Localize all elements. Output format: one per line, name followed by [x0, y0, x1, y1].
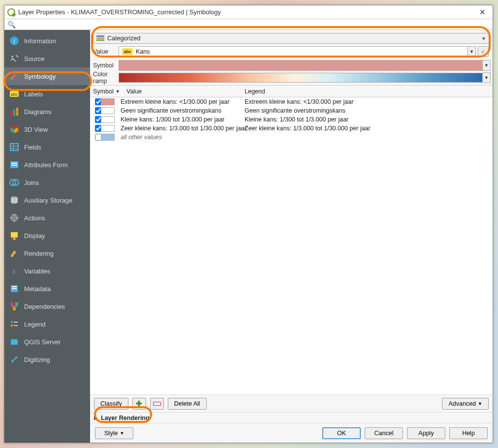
- svg-rect-24: [15, 302, 18, 305]
- value-field-combo[interactable]: abc Kans: [119, 46, 468, 57]
- renderer-type-label: Categorized: [107, 35, 140, 42]
- sidebar-item-labels[interactable]: abcLabels: [4, 85, 90, 103]
- sidebar-item-symbology[interactable]: Symbology: [4, 67, 90, 85]
- symbol-swatch-button[interactable]: [119, 60, 483, 71]
- expression-button[interactable]: ε: [478, 46, 489, 57]
- renderer-type-combo[interactable]: Categorized ▼: [93, 33, 490, 44]
- table-row[interactable]: Extreem kleine kans: <1/30.000 per jaarE…: [90, 97, 493, 106]
- sidebar-item-label: Symbology: [24, 73, 56, 80]
- sidebar-item-variables[interactable]: εVariables: [4, 262, 90, 280]
- sidebar-item-3d-view[interactable]: 3D View: [4, 120, 90, 138]
- close-button[interactable]: ✕: [475, 8, 490, 17]
- sidebar-item-label: Attributes Form: [24, 161, 68, 169]
- classify-button[interactable]: Classify: [94, 398, 128, 410]
- categories-table[interactable]: Symbol ▼ Value Legend Extreem kleine kan…: [90, 85, 493, 394]
- svg-text:abc: abc: [11, 92, 18, 97]
- sidebar-item-metadata[interactable]: Metadata: [4, 280, 90, 298]
- sort-indicator-icon: ▼: [116, 89, 120, 94]
- svg-rect-26: [11, 321, 13, 323]
- svg-rect-22: [12, 288, 17, 289]
- sidebar-item-rendering[interactable]: Rendering: [4, 244, 90, 262]
- symbol-row-label: Symbol: [90, 62, 119, 69]
- row-symbol-swatch[interactable]: [101, 107, 115, 114]
- value-row-label: Value: [90, 48, 119, 55]
- sidebar-item-actions[interactable]: Actions: [4, 209, 90, 227]
- table-row[interactable]: Geen significante overstromingskansGeen …: [90, 106, 493, 115]
- sidebar-item-label: 3D View: [24, 126, 48, 133]
- triangle-right-icon: ▶: [94, 415, 98, 420]
- sidebar-item-diagrams[interactable]: Diagrams: [4, 103, 90, 120]
- sidebar-item-label: Fields: [24, 144, 41, 151]
- rendering-icon: [9, 248, 19, 258]
- ok-button[interactable]: OK: [322, 427, 361, 439]
- svg-line-33: [12, 358, 16, 361]
- sidebar-item-label: Dependencies: [24, 303, 65, 310]
- sidebar-item-label: Labels: [24, 90, 43, 98]
- help-button[interactable]: Help: [449, 427, 488, 439]
- row-value: Geen significante overstromingskans: [119, 107, 243, 114]
- qgis-logo-icon: [7, 8, 15, 16]
- sidebar-item-label: Source: [24, 55, 44, 62]
- style-menu-button[interactable]: Style ▼: [95, 427, 133, 439]
- sidebar-item-dependencies[interactable]: Dependencies: [4, 298, 90, 315]
- search-input[interactable]: [18, 20, 490, 29]
- row-value: Extreem kleine kans: <1/30.000 per jaar: [119, 98, 243, 105]
- value-field-dropdown[interactable]: ▼: [468, 46, 476, 57]
- svg-rect-30: [11, 340, 18, 345]
- sidebar-item-auxiliary-storage[interactable]: Auxiliary Storage: [4, 191, 90, 209]
- svg-rect-13: [11, 163, 17, 164]
- source-icon: [9, 54, 19, 63]
- sidebar-item-display[interactable]: Display: [4, 227, 90, 244]
- table-row[interactable]: Zeer kleine kans: 1/3.000 tot 1/30.000 p…: [90, 124, 493, 133]
- row-legend: Kleine kans: 1/300 tot 1/3.000 per jaar: [243, 116, 493, 123]
- sidebar-item-label: Rendering: [24, 250, 54, 257]
- row-symbol-swatch[interactable]: [101, 125, 115, 132]
- categorized-icon: [96, 35, 104, 41]
- sidebar-item-label: Legend: [24, 321, 45, 328]
- sidebar-item-joins[interactable]: Joins: [4, 174, 90, 191]
- sidebar-item-fields[interactable]: Fields: [4, 138, 90, 156]
- chevron-down-icon: ▼: [478, 401, 482, 406]
- row-symbol-swatch[interactable]: [101, 116, 115, 123]
- sidebar-item-label: Display: [24, 232, 45, 239]
- variables-icon: ε: [9, 266, 19, 276]
- attrform-icon: [9, 160, 19, 170]
- row-symbol-swatch[interactable]: [101, 134, 115, 141]
- window-title: Layer Properties - KLIMAAT_OVERSTROMING_…: [18, 8, 475, 16]
- aux-icon: [9, 195, 19, 205]
- main-panel: Categorized ▼ Value abc Kans ▼ ε Symb: [90, 30, 493, 443]
- sidebar-item-source[interactable]: Source: [4, 50, 90, 67]
- row-value: Kleine kans: 1/300 tot 1/3.000 per jaar: [119, 116, 243, 123]
- classify-toolbar: Classify ✚ Delete All Advanced ▼: [90, 394, 493, 412]
- color-ramp-dropdown[interactable]: ▼: [483, 72, 491, 83]
- joins-icon: [9, 178, 19, 187]
- col-header-symbol[interactable]: Symbol ▼: [90, 88, 124, 95]
- abc-field-type-icon: abc: [122, 48, 133, 55]
- add-category-button[interactable]: ✚: [132, 398, 146, 410]
- symbol-swatch-dropdown[interactable]: ▼: [483, 60, 491, 71]
- row-legend: Extreem kleine kans: <1/30.000 per jaar: [243, 98, 493, 105]
- sidebar-item-attributes-form[interactable]: Attributes Form: [4, 156, 90, 174]
- sidebar-item-information[interactable]: iInformation: [4, 32, 90, 50]
- svg-rect-23: [10, 302, 13, 305]
- row-symbol-swatch[interactable]: [101, 98, 115, 105]
- layer-rendering-expander[interactable]: ▶ Layer Rendering: [90, 412, 493, 423]
- apply-button[interactable]: Apply: [407, 427, 445, 439]
- row-value: Zeer kleine kans: 1/3.000 tot 1/30.000 p…: [119, 125, 243, 132]
- color-ramp-button[interactable]: [119, 73, 483, 83]
- deps-icon: [9, 301, 19, 311]
- remove-category-button[interactable]: [150, 398, 164, 410]
- col-header-legend[interactable]: Legend: [243, 88, 493, 95]
- table-row[interactable]: all other values: [90, 133, 493, 142]
- sidebar-item-digitizing[interactable]: Digitizing: [4, 351, 90, 368]
- cancel-button[interactable]: Cancel: [365, 427, 403, 439]
- advanced-button[interactable]: Advanced ▼: [442, 398, 489, 410]
- titlebar: Layer Properties - KLIMAAT_OVERSTROMING_…: [4, 5, 493, 19]
- sidebar-item-legend[interactable]: Legend: [4, 315, 90, 333]
- sidebar-item-label: Metadata: [24, 285, 51, 293]
- table-row[interactable]: Kleine kans: 1/300 tot 1/3.000 per jaarK…: [90, 115, 493, 124]
- delete-all-button[interactable]: Delete All: [168, 398, 207, 410]
- sidebar-item-qgis-server[interactable]: QGIS Server: [4, 333, 90, 351]
- sidebar: iInformationSourceSymbologyabcLabelsDiag…: [4, 30, 90, 443]
- col-header-value[interactable]: Value: [124, 88, 243, 95]
